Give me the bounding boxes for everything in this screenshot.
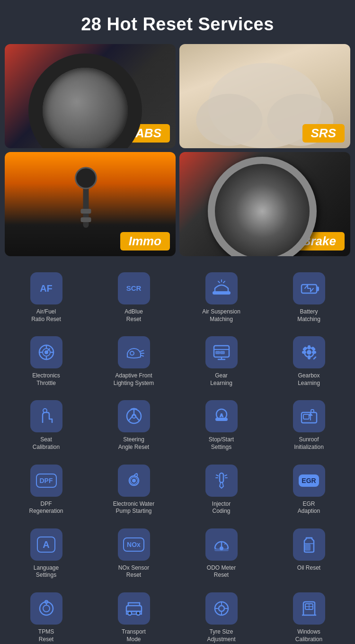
- svg-rect-36: [308, 356, 310, 359]
- service-battery: BatteryMatching: [265, 266, 353, 330]
- injector-icon: [205, 465, 238, 497]
- abs-card: ABS: [5, 44, 176, 148]
- dpf-label: DPFRegeneration: [29, 501, 63, 515]
- tpms-label: TPMSReset: [38, 628, 54, 643]
- svg-point-78: [136, 611, 140, 615]
- svg-point-1: [196, 94, 263, 146]
- abs-label: ABS: [127, 124, 170, 143]
- seat-calibration-label: SeatCalibration: [33, 436, 60, 451]
- svg-line-23: [141, 350, 143, 351]
- service-gearbox-learning: GearboxLearning: [265, 330, 353, 394]
- svg-rect-67: [215, 549, 228, 551]
- svg-rect-40: [311, 347, 315, 351]
- gearbox-learning-label: GearboxLearning: [298, 372, 320, 387]
- service-water-pump: Electronic WaterPump Starting: [90, 458, 178, 522]
- transport-icon: [118, 592, 150, 625]
- language-label: LanguageSettings: [34, 564, 59, 579]
- svg-line-59: [225, 475, 227, 476]
- odo-icon: [205, 528, 238, 561]
- svg-rect-70: [305, 545, 310, 550]
- air-fuel-label: Air/FuelRatio Reset: [31, 308, 61, 323]
- service-steering-angle: SteeringAngle Reset: [90, 394, 178, 457]
- tpms-icon: [30, 592, 62, 625]
- stop-start-icon: A OFF: [205, 400, 238, 432]
- svg-line-45: [129, 414, 134, 420]
- svg-text:A: A: [220, 413, 223, 418]
- gear-learning-icon: [205, 336, 238, 368]
- egr-icon: EGR: [293, 465, 325, 497]
- svg-rect-6: [81, 217, 91, 222]
- service-stop-start: A OFF Stop/StartSettings: [178, 394, 265, 457]
- service-gear-learning: GearLearning: [178, 330, 265, 394]
- service-language: A LanguageSettings: [2, 522, 90, 586]
- tyre-size-icon: [205, 592, 238, 625]
- immo-card: Immo: [5, 152, 176, 256]
- svg-line-46: [134, 414, 139, 420]
- odo-label: ODO MeterReset: [207, 564, 236, 579]
- service-egr: EGR EGRAdaption: [265, 458, 353, 522]
- gearbox-learning-icon: [293, 336, 325, 368]
- dpf-icon: DPF: [30, 465, 62, 497]
- tyre-size-label: Tyre SizeAdjustment: [207, 628, 235, 643]
- service-seat-calibration: SeatCalibration: [2, 394, 90, 457]
- service-air-suspension: Air SuspensionMatching: [178, 266, 265, 330]
- svg-line-57: [216, 475, 218, 476]
- battery-label: BatteryMatching: [297, 308, 320, 323]
- nox-label: NOx SensorReset: [118, 564, 149, 579]
- service-tyre-size: Tyre SizeAdjustment: [178, 586, 265, 644]
- air-suspension-label: Air SuspensionMatching: [202, 308, 240, 323]
- service-electronics-throttle: ElectronicsThrottle: [2, 330, 90, 394]
- svg-text:OFF: OFF: [219, 418, 224, 421]
- steering-angle-icon: [118, 400, 150, 432]
- windows-label: WindowsCalibration: [295, 628, 322, 643]
- svg-line-65: [225, 544, 225, 544]
- service-sunroof: SunroofInitialization: [265, 394, 353, 457]
- srs-card: SRS: [179, 44, 350, 148]
- nox-icon: NOx: [118, 528, 150, 561]
- svg-point-83: [219, 606, 224, 611]
- sunroof-label: SunroofInitialization: [294, 436, 324, 451]
- electronics-throttle-label: ElectronicsThrottle: [32, 372, 60, 387]
- sunroof-icon: [293, 400, 325, 432]
- svg-rect-39: [303, 347, 307, 351]
- electronics-throttle-icon: [30, 336, 62, 368]
- injector-label: InjectorCoding: [212, 501, 231, 515]
- service-dpf: DPF DPFRegeneration: [2, 458, 90, 522]
- service-air-fuel: AF Air/FuelRatio Reset: [2, 266, 90, 330]
- adblue-label: AdBlueReset: [124, 308, 143, 323]
- image-grid: ABS SRS Immo Brake: [0, 44, 355, 261]
- stop-start-label: Stop/StartSettings: [209, 436, 234, 451]
- steering-angle-label: SteeringAngle Reset: [118, 436, 149, 451]
- svg-rect-7: [213, 292, 230, 294]
- oil-label: Oil Reset: [297, 564, 320, 572]
- svg-rect-52: [303, 414, 309, 419]
- air-fuel-icon: AF: [30, 272, 62, 304]
- svg-rect-56: [220, 473, 223, 483]
- seat-calibration-icon: [30, 400, 62, 432]
- battery-icon: [293, 272, 325, 304]
- adblue-icon: SCR: [118, 272, 150, 304]
- adaptive-front-label: Adaptive FrontLighting System: [114, 372, 154, 387]
- water-pump-icon: [118, 465, 150, 497]
- oil-icon: [293, 528, 325, 561]
- service-oil: Oil Reset: [265, 522, 353, 586]
- service-transport: TransportMode: [90, 586, 178, 644]
- gear-learning-label: GearLearning: [210, 372, 232, 387]
- svg-rect-5: [81, 209, 91, 214]
- transport-label: TransportMode: [122, 628, 146, 643]
- svg-point-77: [128, 611, 132, 615]
- svg-point-4: [76, 168, 97, 188]
- svg-rect-38: [312, 351, 316, 353]
- svg-rect-29: [216, 351, 220, 354]
- service-nox: NOx NOx SensorReset: [90, 522, 178, 586]
- service-windows: WindowsCalibration: [265, 586, 353, 644]
- immo-label: Immo: [120, 232, 170, 250]
- adaptive-front-icon: [118, 336, 150, 368]
- water-pump-label: Electronic WaterPump Starting: [113, 501, 155, 515]
- service-adaptive-front: Adaptive FrontLighting System: [90, 330, 178, 394]
- svg-rect-30: [221, 351, 224, 354]
- egr-label: EGRAdaption: [298, 501, 320, 515]
- service-adblue: SCR AdBlueReset: [90, 266, 178, 330]
- service-odo: ODO MeterReset: [178, 522, 265, 586]
- svg-rect-35: [308, 346, 310, 349]
